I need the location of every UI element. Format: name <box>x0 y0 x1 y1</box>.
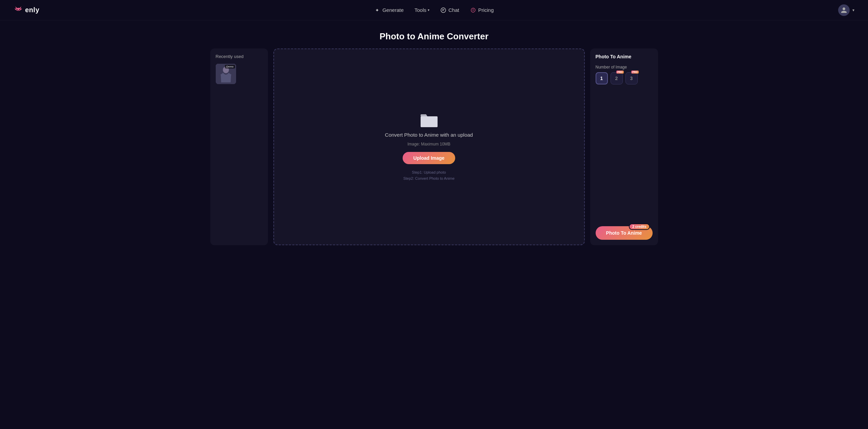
nav-generate[interactable]: ✦ Generate <box>374 7 404 13</box>
count-value-3: 3 <box>630 76 633 81</box>
upload-area-content: Convert Photo to Anime with an upload Im… <box>385 112 473 181</box>
navbar: enly ✦ Generate Tools ▾ Chat <box>0 0 868 20</box>
pricing-icon <box>470 7 476 13</box>
svg-point-1 <box>19 9 20 10</box>
svg-rect-6 <box>421 116 438 127</box>
svg-point-0 <box>17 9 18 10</box>
left-panel: Recently used Demo <box>210 48 268 245</box>
nav-chat-label: Chat <box>448 7 459 13</box>
count-value-2: 2 <box>615 76 618 81</box>
count-value-1: 1 <box>600 76 603 81</box>
nav-tools-label: Tools <box>414 7 426 13</box>
right-panel-title: Photo To Anime <box>596 54 653 59</box>
svg-point-2 <box>441 8 446 13</box>
upload-steps: Step1: Upload photo Step2: Convert Photo… <box>403 170 455 181</box>
nav-pricing[interactable]: Pricing <box>470 7 494 13</box>
logo-icon <box>14 5 23 15</box>
nav-tools[interactable]: Tools ▾ <box>414 7 429 13</box>
logo[interactable]: enly <box>14 5 39 15</box>
upload-subtitle: Image: Maximum 10MB <box>407 142 450 147</box>
count-option-1[interactable]: 1 <box>596 72 608 84</box>
number-of-image-section: Number of Image 1 2 PRO 3 PRO <box>596 65 653 84</box>
generate-icon: ✦ <box>374 7 380 13</box>
navbar-center: ✦ Generate Tools ▾ Chat Pricing <box>374 7 494 13</box>
navbar-right: ▾ <box>838 4 854 16</box>
count-option-2[interactable]: 2 PRO <box>611 72 623 84</box>
tools-chevron-icon: ▾ <box>428 8 429 12</box>
user-menu-chevron: ▾ <box>852 8 854 13</box>
photo-to-anime-label: Photo To Anime <box>606 230 642 236</box>
page-title: Photo to Anime Converter <box>0 31 868 42</box>
image-count-options: 1 2 PRO 3 PRO <box>596 72 653 84</box>
recently-used-label: Recently used <box>216 54 263 59</box>
number-of-image-label: Number of Image <box>596 65 653 70</box>
nav-chat[interactable]: Chat <box>440 7 459 13</box>
step2-text: Step2: Convert Photo to Anime <box>403 176 455 182</box>
upload-title: Convert Photo to Anime with an upload <box>385 132 473 138</box>
main-layout: Recently used Demo <box>197 48 672 259</box>
right-panel: Photo To Anime Number of Image 1 2 PRO 3… <box>590 48 658 245</box>
upload-area[interactable]: Convert Photo to Anime with an upload Im… <box>273 48 585 245</box>
pro-badge-3: PRO <box>631 71 638 74</box>
upload-image-button[interactable]: Upload Image <box>403 152 456 164</box>
navbar-left: enly <box>14 5 39 15</box>
recent-image-item[interactable]: Demo <box>216 64 236 84</box>
recently-used-grid: Demo <box>216 64 263 84</box>
credits-badge: 2 credits <box>629 223 650 230</box>
step1-text: Step1: Upload photo <box>403 170 455 176</box>
demo-badge: Demo <box>225 65 235 69</box>
user-avatar[interactable] <box>838 4 850 16</box>
folder-icon <box>420 112 438 128</box>
chat-icon <box>440 7 446 13</box>
page-title-container: Photo to Anime Converter <box>0 20 868 48</box>
logo-text: enly <box>25 6 39 14</box>
count-option-3[interactable]: 3 PRO <box>625 72 638 84</box>
nav-generate-label: Generate <box>382 7 404 13</box>
right-panel-top: Photo To Anime Number of Image 1 2 PRO 3… <box>596 54 653 84</box>
photo-to-anime-button[interactable]: 2 credits Photo To Anime <box>596 226 653 240</box>
pro-badge-2: PRO <box>616 71 623 74</box>
nav-pricing-label: Pricing <box>478 7 494 13</box>
right-panel-bottom: 2 credits Photo To Anime <box>596 226 653 240</box>
